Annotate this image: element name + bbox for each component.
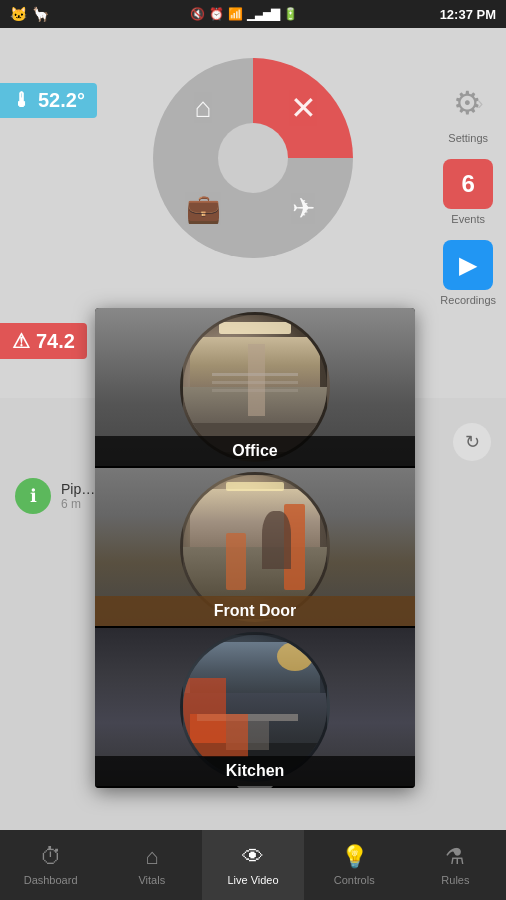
recordings-label: Recordings [440, 294, 496, 306]
llama-icon: 🦙 [32, 6, 49, 22]
refresh-button[interactable]: ↻ [453, 423, 491, 461]
airplane-icon: ✈ [292, 192, 315, 225]
events-count: 6 [461, 170, 474, 198]
settings-label: Settings [448, 132, 488, 144]
cat-icon: 🐱 [10, 6, 27, 22]
events-label: Events [451, 213, 485, 225]
rules-icon: ⚗ [445, 844, 465, 870]
office-label: Office [95, 436, 415, 466]
nav-vitals-label: Vitals [138, 874, 165, 886]
livevideo-icon: 👁 [242, 844, 264, 870]
kitchen-label: Kitchen [95, 756, 415, 786]
nav-vitals[interactable]: ⌂ Vitals [101, 830, 202, 900]
events-icon-wrap: 6 [443, 159, 493, 209]
battery-icon: 🔋 [283, 7, 298, 21]
status-left-icons: 🐱 🦙 [10, 6, 49, 22]
nav-controls-label: Controls [334, 874, 375, 886]
circle-nav[interactable]: ⌂ ✕ 💼 ✈ [153, 58, 353, 258]
alarm-icon: ⏰ [209, 7, 224, 21]
sidebar-right: ⚙ › Settings 6 Events ▶ Recordings [440, 78, 496, 306]
camera-kitchen[interactable]: Kitchen [95, 628, 415, 788]
nav-livevideo-label: Live Video [227, 874, 278, 886]
home-icon: ⌂ [195, 92, 212, 124]
notif-suffix: … [81, 481, 95, 497]
status-system-icons: 🔇 ⏰ 📶 ▁▃▅▇ 🔋 [190, 7, 298, 21]
temp-badge-2: ⚠ 74.2 [0, 323, 87, 359]
vitals-icon: ⌂ [145, 844, 158, 870]
warning-icon: ⚠ [12, 329, 30, 353]
camera-frontdoor[interactable]: Front Door [95, 468, 415, 628]
frontdoor-label: Front Door [95, 596, 415, 626]
temp-value-2: 74.2 [36, 330, 75, 353]
circle-center [218, 123, 288, 193]
dashboard-icon: ⏱ [40, 844, 62, 870]
briefcase-icon: 💼 [186, 192, 221, 225]
nav-dashboard-label: Dashboard [24, 874, 78, 886]
bottom-nav: ⏱ Dashboard ⌂ Vitals 👁 Live Video 💡 Cont… [0, 830, 506, 900]
time-display: 12:37 PM [440, 7, 496, 22]
kitchen-name-text: Kitchen [226, 762, 285, 779]
nav-livevideo[interactable]: 👁 Live Video [202, 830, 303, 900]
panel-caret [237, 786, 273, 788]
play-icon: ▶ [459, 251, 477, 279]
settings-icon-wrap: ⚙ › [443, 78, 493, 128]
office-name-text: Office [232, 442, 277, 459]
arrow-right-icon: › [477, 93, 483, 114]
video-panel: Office Front Door [95, 308, 415, 788]
frontdoor-name-text: Front Door [214, 602, 297, 619]
quad-container: ⌂ ✕ 💼 ✈ [153, 58, 353, 258]
nav-rules[interactable]: ⚗ Rules [405, 830, 506, 900]
controls-icon: 💡 [341, 844, 368, 870]
main-area: 🌡 52.2° ⌂ ✕ 💼 ✈ [0, 28, 506, 900]
nav-dashboard[interactable]: ⏱ Dashboard [0, 830, 101, 900]
signal-icon: ▁▃▅▇ [247, 7, 279, 21]
close-icon: ✕ [290, 89, 317, 127]
notif-main-text: Pip [61, 481, 81, 497]
notification-icon: ℹ [15, 478, 51, 514]
recordings-button[interactable]: ▶ Recordings [440, 240, 496, 306]
events-button[interactable]: 6 Events [443, 159, 493, 225]
settings-button[interactable]: ⚙ › Settings [443, 78, 493, 144]
recordings-icon-wrap: ▶ [443, 240, 493, 290]
camera-office[interactable]: Office [95, 308, 415, 468]
wifi-icon: 📶 [228, 7, 243, 21]
mute-icon: 🔇 [190, 7, 205, 21]
refresh-icon: ↻ [465, 431, 480, 453]
status-time: 12:37 PM [440, 7, 496, 22]
nav-rules-label: Rules [441, 874, 469, 886]
nav-controls[interactable]: 💡 Controls [304, 830, 405, 900]
info-icon: ℹ [30, 485, 37, 507]
status-bar: 🐱 🦙 🔇 ⏰ 📶 ▁▃▅▇ 🔋 12:37 PM [0, 0, 506, 28]
